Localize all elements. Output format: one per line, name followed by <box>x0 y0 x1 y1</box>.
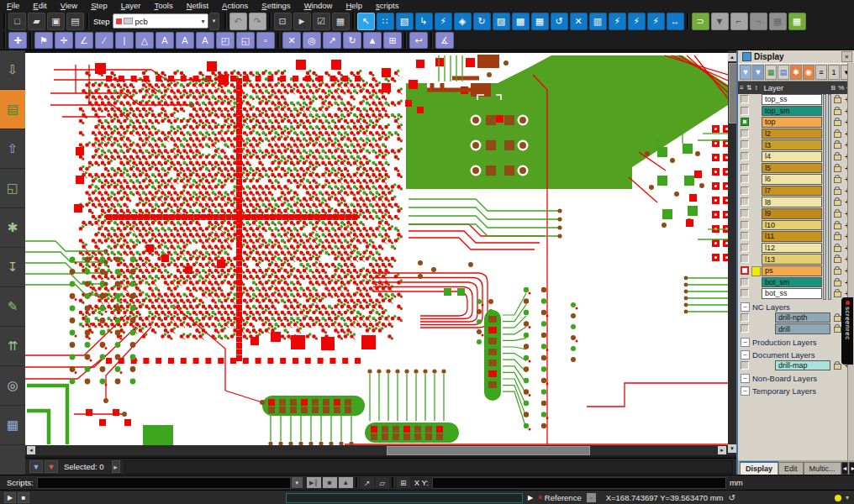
layer-name-chip[interactable]: bot_ss <box>762 288 822 299</box>
menu-file[interactable]: File <box>0 0 26 11</box>
header-right-icon-0[interactable]: B <box>831 84 836 92</box>
lock-icon[interactable] <box>834 291 841 297</box>
lock-icon[interactable] <box>834 189 841 195</box>
collapse-icon[interactable]: – <box>741 302 750 312</box>
scroll-right-icon[interactable]: ► <box>718 446 726 454</box>
sidebar-checkout-job[interactable]: ⇧ <box>0 129 25 169</box>
menu-layer[interactable]: Layer <box>114 0 148 11</box>
select-rotate-button[interactable]: ↻ <box>473 13 491 30</box>
save-job-button[interactable]: ▣ <box>47 13 65 30</box>
status-play-button[interactable]: ▶ <box>4 492 16 503</box>
lock-icon[interactable] <box>834 212 841 218</box>
layer-visibility-box[interactable] <box>741 278 749 286</box>
measure-triangle-button[interactable]: △ <box>135 32 154 49</box>
select-path-button[interactable]: ↳ <box>415 13 433 30</box>
count-value-button[interactable]: 1 <box>828 65 840 80</box>
sidebar-job-matrix[interactable]: ▤ <box>0 90 25 129</box>
tab-scroll-left-icon[interactable]: ◄ <box>841 462 849 475</box>
lock-icon[interactable] <box>834 200 841 206</box>
layer-visibility-box[interactable] <box>741 361 749 370</box>
measure-bar-button[interactable]: | <box>115 32 134 49</box>
lock-icon[interactable] <box>834 166 841 172</box>
layer-visibility-box[interactable] <box>741 152 749 160</box>
layer-name-chip[interactable]: l5 <box>762 163 822 174</box>
measure-box-b-button[interactable]: ◱ <box>236 32 255 49</box>
header-left-icon-2[interactable]: ↕ <box>754 84 757 92</box>
deselect-all-button[interactable]: ✕ <box>570 13 588 30</box>
script-checklist-button[interactable]: ☑ <box>313 13 330 30</box>
layer-visibility-box[interactable] <box>741 95 749 103</box>
lock-icon[interactable] <box>834 143 841 149</box>
layer-name-chip[interactable]: l7 <box>762 186 822 197</box>
layer-visibility-box[interactable] <box>741 255 749 263</box>
layer-name-chip[interactable]: l2 <box>762 129 822 139</box>
add-point-button[interactable]: ✚ <box>8 32 27 49</box>
display-monitor-button[interactable]: ⊡ <box>274 13 292 30</box>
open-job-button[interactable]: ▰ <box>28 13 45 30</box>
layer-color-swatch[interactable] <box>751 266 761 276</box>
layer-name-chip[interactable]: l10 <box>762 220 822 231</box>
menu-scripts[interactable]: scripts <box>369 0 405 11</box>
reference-mini-button[interactable]: ▪ <box>587 493 596 502</box>
layer-visibility-box[interactable] <box>741 164 749 172</box>
layer-name-chip[interactable]: l8 <box>762 197 822 207</box>
grid-edit-button[interactable]: ▦ <box>788 13 806 30</box>
layer-visibility-box[interactable] <box>741 221 749 229</box>
scripts-input[interactable] <box>37 477 291 489</box>
selection-filter-button[interactable]: ▼ <box>29 460 43 473</box>
layer-visibility-box[interactable] <box>741 118 749 126</box>
collapse-icon[interactable]: – <box>741 374 750 383</box>
lock-icon[interactable] <box>834 132 841 138</box>
net-table-button[interactable]: ⚡ <box>647 13 665 30</box>
select-table-button[interactable]: ▥ <box>589 13 607 30</box>
snap-magnet-button[interactable]: ⊃ <box>692 13 709 30</box>
measure-flag-button[interactable]: ⚑ <box>34 32 53 49</box>
horizontal-scroll-thumb[interactable] <box>387 446 590 455</box>
rows-menu-button[interactable]: ≡ <box>815 65 827 80</box>
job-report-button[interactable]: ▤ <box>66 13 84 30</box>
visibility-eye-button[interactable]: ◉ <box>803 65 814 80</box>
lock-icon[interactable] <box>834 97 841 103</box>
sidebar-columns-view[interactable]: ▦ <box>0 406 25 445</box>
collapse-icon[interactable]: – <box>741 350 750 360</box>
order-strip[interactable] <box>828 94 831 300</box>
origin-box-button[interactable]: ⊞ <box>383 32 402 49</box>
grid-coords-button[interactable]: ⊞ <box>397 477 410 488</box>
select-net-button[interactable]: ⚡ <box>435 13 452 30</box>
reference-label[interactable]: Reference <box>545 493 582 502</box>
menu-help[interactable]: Help <box>339 0 369 11</box>
menu-settings[interactable]: Settings <box>255 0 297 11</box>
measure-height-b-button[interactable]: A <box>176 32 194 49</box>
sidebar-export-folder[interactable]: ↧ <box>0 248 25 287</box>
layer-visibility-box[interactable] <box>741 266 749 275</box>
layer-name-chip[interactable]: top <box>762 117 822 128</box>
header-left-icon-0[interactable]: ≡ <box>740 84 744 92</box>
script-stop-button[interactable]: ■ <box>323 477 337 488</box>
layer-name-chip[interactable]: l6 <box>762 174 822 185</box>
layer-visibility-box[interactable] <box>741 232 749 240</box>
pcb-canvas[interactable] <box>25 50 728 445</box>
lock-icon[interactable] <box>834 109 841 115</box>
script-warning-button[interactable]: ▲ <box>339 477 353 488</box>
lock-icon[interactable] <box>834 234 841 240</box>
collapse-icon[interactable]: – <box>741 338 750 347</box>
sidebar-analyze-view[interactable]: ◎ <box>0 366 25 406</box>
measure-height-c-button[interactable]: A <box>196 32 214 49</box>
measure-angle-button[interactable]: ∠ <box>75 32 93 49</box>
layer-name-chip[interactable]: l11 <box>762 231 822 242</box>
layer-visibility-box[interactable] <box>741 289 749 297</box>
scroll-down-icon[interactable]: ▼ <box>728 444 736 453</box>
lock-icon[interactable] <box>834 177 841 183</box>
lock-icon[interactable] <box>834 223 841 229</box>
collapse-icon[interactable]: – <box>741 386 750 396</box>
copy-circles-button[interactable]: ◎ <box>303 32 321 49</box>
panel-scrollbar[interactable] <box>847 63 854 460</box>
layer-visibility-box[interactable] <box>741 175 749 183</box>
layer-name-chip[interactable]: l3 <box>762 139 822 150</box>
measure-box-dash-button[interactable]: ▫ <box>256 32 275 49</box>
layer-visibility-box[interactable] <box>741 186 749 195</box>
select-hatch-button[interactable]: ▨ <box>493 13 510 30</box>
script-play-pause-button[interactable]: ▶║ <box>307 477 321 488</box>
layer-name-chip[interactable]: l13 <box>762 254 822 265</box>
header-left-icon-1[interactable]: ⇅ <box>746 84 752 92</box>
